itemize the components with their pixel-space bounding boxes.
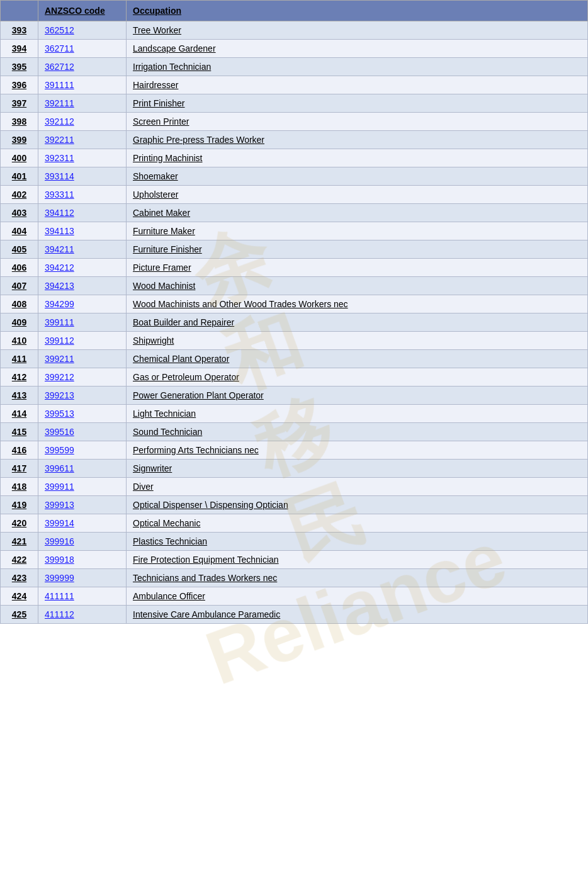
row-anzsco-code[interactable]: 399599 — [38, 441, 127, 460]
row-occupation[interactable]: Irrigation Technician — [127, 58, 588, 76]
table-row: 407394213Wood Machinist — [1, 277, 588, 295]
row-num: 408 — [1, 295, 38, 313]
row-occupation[interactable]: Shipwright — [127, 332, 588, 350]
row-occupation[interactable]: Optical Dispenser \ Dispensing Optician — [127, 496, 588, 514]
row-num: 422 — [1, 551, 38, 569]
row-anzsco-code[interactable]: 394211 — [38, 240, 127, 259]
row-anzsco-code[interactable]: 392211 — [38, 131, 127, 149]
row-anzsco-code[interactable]: 399911 — [38, 478, 127, 496]
row-occupation[interactable]: Print Finisher — [127, 94, 588, 113]
row-anzsco-code[interactable]: 399211 — [38, 350, 127, 368]
row-num: 420 — [1, 514, 38, 533]
row-num: 402 — [1, 186, 38, 204]
row-occupation[interactable]: Plastics Technician — [127, 533, 588, 551]
row-anzsco-code[interactable]: 411111 — [38, 587, 127, 606]
row-num: 418 — [1, 478, 38, 496]
table-row: 409399111Boat Builder and Repairer — [1, 313, 588, 332]
row-occupation[interactable]: Printing Machinist — [127, 149, 588, 167]
row-occupation[interactable]: Wood Machinist — [127, 277, 588, 295]
row-anzsco-code[interactable]: 399111 — [38, 313, 127, 332]
row-num: 421 — [1, 533, 38, 551]
row-anzsco-code[interactable]: 399913 — [38, 496, 127, 514]
row-anzsco-code[interactable]: 399999 — [38, 569, 127, 587]
row-occupation[interactable]: Screen Printer — [127, 113, 588, 131]
row-anzsco-code[interactable]: 362512 — [38, 21, 127, 40]
row-occupation[interactable]: Intensive Care Ambulance Paramedic — [127, 606, 588, 624]
table-row: 424411111Ambulance Officer — [1, 587, 588, 606]
row-num: 404 — [1, 222, 38, 240]
row-occupation[interactable]: Performing Arts Technicians nec — [127, 441, 588, 460]
row-anzsco-code[interactable]: 399516 — [38, 423, 127, 441]
table-row: 416399599Performing Arts Technicians nec — [1, 441, 588, 460]
row-anzsco-code[interactable]: 399513 — [38, 405, 127, 423]
row-occupation[interactable]: Shoemaker — [127, 167, 588, 186]
table-row: 414399513Light Technician — [1, 405, 588, 423]
row-occupation[interactable]: Boat Builder and Repairer — [127, 313, 588, 332]
row-occupation[interactable]: Light Technician — [127, 405, 588, 423]
row-occupation[interactable]: Picture Framer — [127, 259, 588, 277]
table-row: 400392311Printing Machinist — [1, 149, 588, 167]
row-anzsco-code[interactable]: 394112 — [38, 204, 127, 222]
row-anzsco-code[interactable]: 399914 — [38, 514, 127, 533]
table-row: 399392211Graphic Pre-press Trades Worker — [1, 131, 588, 149]
row-anzsco-code[interactable]: 394113 — [38, 222, 127, 240]
table-row: 395362712Irrigation Technician — [1, 58, 588, 76]
table-row: 406394212Picture Framer — [1, 259, 588, 277]
row-occupation[interactable]: Hairdresser — [127, 76, 588, 94]
row-num: 395 — [1, 58, 38, 76]
row-anzsco-code[interactable]: 362712 — [38, 58, 127, 76]
row-anzsco-code[interactable]: 392311 — [38, 149, 127, 167]
row-occupation[interactable]: Cabinet Maker — [127, 204, 588, 222]
row-occupation[interactable]: Ambulance Officer — [127, 587, 588, 606]
row-anzsco-code[interactable]: 393114 — [38, 167, 127, 186]
table-row: 404394113Furniture Maker — [1, 222, 588, 240]
row-anzsco-code[interactable]: 399112 — [38, 332, 127, 350]
row-anzsco-code[interactable]: 411112 — [38, 606, 127, 624]
row-anzsco-code[interactable]: 392112 — [38, 113, 127, 131]
row-occupation[interactable]: Upholsterer — [127, 186, 588, 204]
table-row: 419399913Optical Dispenser \ Dispensing … — [1, 496, 588, 514]
row-num: 397 — [1, 94, 38, 113]
row-occupation[interactable]: Power Generation Plant Operator — [127, 387, 588, 405]
row-num: 414 — [1, 405, 38, 423]
row-anzsco-code[interactable]: 399213 — [38, 387, 127, 405]
row-occupation[interactable]: Chemical Plant Operator — [127, 350, 588, 368]
row-occupation[interactable]: Gas or Petroleum Operator — [127, 368, 588, 387]
row-num: 394 — [1, 40, 38, 58]
header-anzsco: ANZSCO code — [38, 1, 127, 21]
table-row: 401393114Shoemaker — [1, 167, 588, 186]
row-anzsco-code[interactable]: 399916 — [38, 533, 127, 551]
row-occupation[interactable]: Tree Worker — [127, 21, 588, 40]
row-occupation[interactable]: Sound Technician — [127, 423, 588, 441]
row-occupation[interactable]: Diver — [127, 478, 588, 496]
row-occupation[interactable]: Optical Mechanic — [127, 514, 588, 533]
table-row: 422399918Fire Protection Equipment Techn… — [1, 551, 588, 569]
row-num: 425 — [1, 606, 38, 624]
row-anzsco-code[interactable]: 399918 — [38, 551, 127, 569]
row-anzsco-code[interactable]: 362711 — [38, 40, 127, 58]
row-num: 424 — [1, 587, 38, 606]
row-anzsco-code[interactable]: 393311 — [38, 186, 127, 204]
row-anzsco-code[interactable]: 391111 — [38, 76, 127, 94]
row-occupation[interactable]: Graphic Pre-press Trades Worker — [127, 131, 588, 149]
row-occupation[interactable]: Signwriter — [127, 460, 588, 478]
row-anzsco-code[interactable]: 399212 — [38, 368, 127, 387]
row-num: 405 — [1, 240, 38, 259]
row-anzsco-code[interactable]: 399611 — [38, 460, 127, 478]
row-occupation[interactable]: Wood Machinists and Other Wood Trades Wo… — [127, 295, 588, 313]
row-anzsco-code[interactable]: 394212 — [38, 259, 127, 277]
row-occupation[interactable]: Furniture Maker — [127, 222, 588, 240]
row-occupation[interactable]: Technicians and Trades Workers nec — [127, 569, 588, 587]
row-occupation[interactable]: Fire Protection Equipment Technician — [127, 551, 588, 569]
row-num: 401 — [1, 167, 38, 186]
table-row: 410399112Shipwright — [1, 332, 588, 350]
row-num: 416 — [1, 441, 38, 460]
row-occupation[interactable]: Landscape Gardener — [127, 40, 588, 58]
row-num: 413 — [1, 387, 38, 405]
row-occupation[interactable]: Furniture Finisher — [127, 240, 588, 259]
row-anzsco-code[interactable]: 394213 — [38, 277, 127, 295]
row-anzsco-code[interactable]: 392111 — [38, 94, 127, 113]
row-num: 411 — [1, 350, 38, 368]
row-anzsco-code[interactable]: 394299 — [38, 295, 127, 313]
row-num: 415 — [1, 423, 38, 441]
